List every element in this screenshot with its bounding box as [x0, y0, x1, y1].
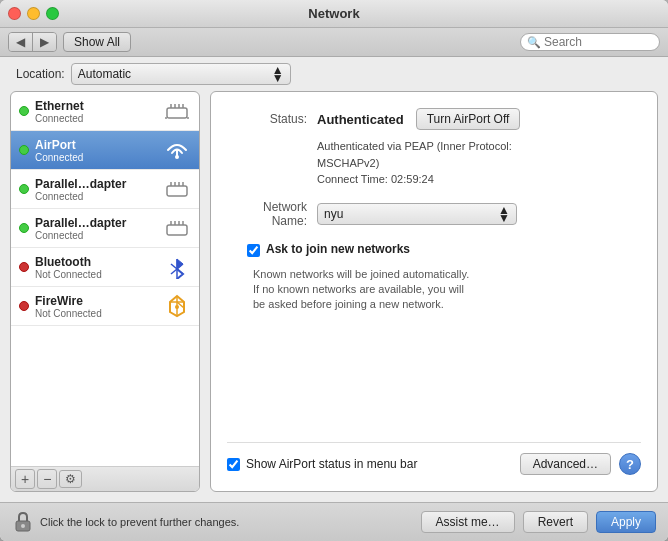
location-bar: Location: Automatic ▲ ▼	[0, 57, 668, 91]
parallel2-icon	[163, 214, 191, 242]
location-label: Location:	[16, 67, 65, 81]
airport-icon	[163, 136, 191, 164]
revert-button[interactable]: Revert	[523, 511, 588, 533]
add-service-button[interactable]: +	[15, 469, 35, 489]
spacer	[227, 313, 641, 438]
nav-buttons: ◀ ▶	[8, 32, 57, 52]
main-content: Ethernet Connected	[0, 91, 668, 502]
toolbar: ◀ ▶ Show All 🔍	[0, 28, 668, 57]
maximize-button[interactable]	[46, 7, 59, 20]
status-value: Authenticated	[317, 112, 404, 127]
ask-checkbox-container: Ask to join new networks Known networks …	[227, 242, 641, 313]
item-status-ethernet: Connected	[35, 113, 163, 124]
traffic-lights	[8, 7, 59, 20]
network-name-label: Network Name:	[227, 200, 307, 228]
minimize-button[interactable]	[27, 7, 40, 20]
search-icon: 🔍	[527, 36, 541, 49]
lock-area: Click the lock to prevent further change…	[12, 509, 421, 535]
ask-checkbox[interactable]	[247, 244, 260, 257]
parallel1-icon	[163, 175, 191, 203]
sidebar-item-firewire[interactable]: FireWire Not Connected	[11, 287, 199, 326]
auth-line3: Connect Time: 02:59:24	[317, 171, 641, 188]
status-label: Status:	[227, 112, 307, 126]
ask-desc-text: Known networks will be joined automatica…	[253, 268, 469, 311]
window-title: Network	[308, 6, 359, 21]
network-stepper: ▲ ▼	[498, 206, 510, 222]
assist-me-button[interactable]: Assist me…	[421, 511, 515, 533]
forward-button[interactable]: ▶	[33, 33, 56, 51]
lock-text: Click the lock to prevent further change…	[40, 516, 239, 528]
remove-service-button[interactable]: −	[37, 469, 57, 489]
ask-checkbox-row: Ask to join new networks	[247, 242, 641, 257]
item-text-ethernet: Ethernet Connected	[35, 99, 163, 124]
location-dropdown[interactable]: Automatic ▲ ▼	[71, 63, 291, 85]
show-all-button[interactable]: Show All	[63, 32, 131, 52]
item-name-ethernet: Ethernet	[35, 99, 163, 113]
svg-rect-13	[167, 225, 187, 235]
close-button[interactable]	[8, 7, 21, 20]
help-icon: ?	[626, 457, 634, 472]
item-text-bluetooth: Bluetooth Not Connected	[35, 255, 163, 280]
sidebar-toolbar: + − ⚙	[11, 466, 199, 491]
auth-line2: MSCHAPv2)	[317, 155, 641, 172]
item-text-parallel1: Parallel…dapter Connected	[35, 177, 163, 202]
svg-rect-0	[167, 108, 187, 118]
item-text-firewire: FireWire Not Connected	[35, 294, 163, 319]
turn-airport-button[interactable]: Turn AirPort Off	[416, 108, 521, 130]
back-button[interactable]: ◀	[9, 33, 33, 51]
item-name-parallel2: Parallel…dapter	[35, 216, 163, 230]
item-text-parallel2: Parallel…dapter Connected	[35, 216, 163, 241]
item-name-bluetooth: Bluetooth	[35, 255, 163, 269]
bottom-row: Show AirPort status in menu bar Advanced…	[227, 442, 641, 475]
apply-button[interactable]: Apply	[596, 511, 656, 533]
network-row: Network Name: nyu ▲ ▼	[227, 200, 641, 228]
status-dot-parallel1	[19, 184, 29, 194]
status-row: Status: Authenticated Turn AirPort Off	[227, 108, 641, 130]
status-dot-firewire	[19, 301, 29, 311]
firewire-icon	[163, 292, 191, 320]
status-dot-airport	[19, 145, 29, 155]
status-dot-bluetooth	[19, 262, 29, 272]
status-dot-parallel2	[19, 223, 29, 233]
svg-point-25	[175, 305, 179, 309]
show-airport-label: Show AirPort status in menu bar	[246, 457, 417, 471]
sidebar-item-ethernet[interactable]: Ethernet Connected	[11, 92, 199, 131]
show-airport-row: Show AirPort status in menu bar	[227, 457, 520, 471]
sidebar-item-parallel2[interactable]: Parallel…dapter Connected	[11, 209, 199, 248]
item-status-firewire: Not Connected	[35, 308, 163, 319]
advanced-button[interactable]: Advanced…	[520, 453, 611, 475]
search-input[interactable]	[544, 35, 653, 49]
sidebar-item-parallel1[interactable]: Parallel…dapter Connected	[11, 170, 199, 209]
sidebar-item-airport[interactable]: AirPort Connected	[11, 131, 199, 170]
gear-button[interactable]: ⚙	[59, 470, 82, 488]
item-text-airport: AirPort Connected	[35, 138, 163, 163]
search-box: 🔍	[520, 33, 660, 51]
ask-checkbox-label: Ask to join new networks	[266, 242, 410, 256]
sidebar: Ethernet Connected	[10, 91, 200, 492]
auth-line1: Authenticated via PEAP (Inner Protocol:	[317, 138, 641, 155]
lock-icon[interactable]	[12, 509, 34, 535]
detail-panel: Status: Authenticated Turn AirPort Off A…	[210, 91, 658, 492]
ethernet-icon	[163, 97, 191, 125]
item-name-firewire: FireWire	[35, 294, 163, 308]
item-name-airport: AirPort	[35, 138, 163, 152]
item-status-bluetooth: Not Connected	[35, 269, 163, 280]
network-stepper-down-icon: ▼	[498, 214, 510, 222]
item-status-parallel1: Connected	[35, 191, 163, 202]
sidebar-item-bluetooth[interactable]: Bluetooth Not Connected	[11, 248, 199, 287]
help-button[interactable]: ?	[619, 453, 641, 475]
network-window: Network ◀ ▶ Show All 🔍 Location: Automat…	[0, 0, 668, 541]
auth-details: Authenticated via PEAP (Inner Protocol: …	[317, 138, 641, 188]
network-dropdown[interactable]: nyu ▲ ▼	[317, 203, 517, 225]
footer-buttons: Assist me… Revert Apply	[421, 511, 656, 533]
svg-point-7	[175, 155, 179, 159]
svg-point-27	[21, 524, 25, 528]
location-value: Automatic	[78, 67, 131, 81]
network-value: nyu	[324, 207, 343, 221]
show-airport-checkbox[interactable]	[227, 458, 240, 471]
titlebar: Network	[0, 0, 668, 28]
bluetooth-icon	[163, 253, 191, 281]
status-dot-green	[19, 106, 29, 116]
item-status-parallel2: Connected	[35, 230, 163, 241]
item-name-parallel1: Parallel…dapter	[35, 177, 163, 191]
